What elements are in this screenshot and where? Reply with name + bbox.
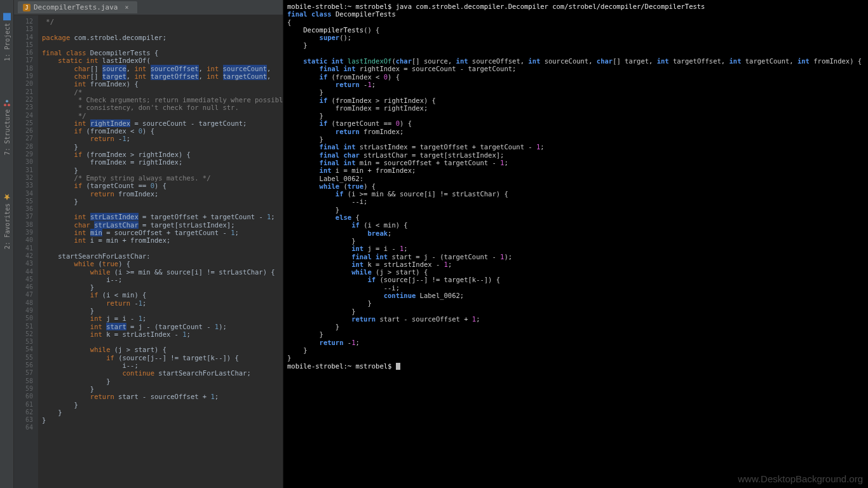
terminal-panel[interactable]: mobile-strobel:~ mstrobel$ java com.stro… [283,0,868,488]
close-icon[interactable]: × [125,4,128,11]
java-file-icon: J [23,4,31,11]
sidebar-item-label: 7: Structure [3,109,10,155]
star-icon [3,193,11,201]
tab-decompilertests[interactable]: J DecompilerTests.java × [18,1,137,13]
tool-sidebar: 1: Project 7: Structure 2: Favorites [0,0,14,488]
svg-marker-4 [4,194,10,200]
sidebar-item-label: 1: Project [3,23,10,61]
svg-point-3 [6,100,8,102]
sidebar-item-favorites[interactable]: 2: Favorites [3,193,11,249]
line-gutter: 12 13 14 15 16 17 18 19 20 21 22 23 24 2… [14,15,38,488]
code-content[interactable]: */ package com.strobel.decompiler; final… [38,15,283,488]
svg-point-2 [4,104,6,106]
svg-rect-0 [3,13,11,20]
editor-panel: J DecompilerTests.java × 12 13 14 15 16 … [14,0,283,488]
sidebar-item-project[interactable]: 1: Project [3,13,11,61]
editor-tabs: J DecompilerTests.java × [14,0,283,15]
sidebar-item-label: 2: Favorites [3,203,10,249]
tab-filename: DecompilerTests.java [34,3,118,11]
svg-point-1 [8,104,10,106]
app-root: 1: Project 7: Structure 2: Favorites J D… [0,0,868,488]
structure-icon [3,99,11,107]
editor-area[interactable]: 12 13 14 15 16 17 18 19 20 21 22 23 24 2… [14,15,283,488]
project-icon [3,13,11,20]
watermark-text: www.DesktopBackground.org [738,473,863,484]
sidebar-item-structure[interactable]: 7: Structure [3,99,11,155]
